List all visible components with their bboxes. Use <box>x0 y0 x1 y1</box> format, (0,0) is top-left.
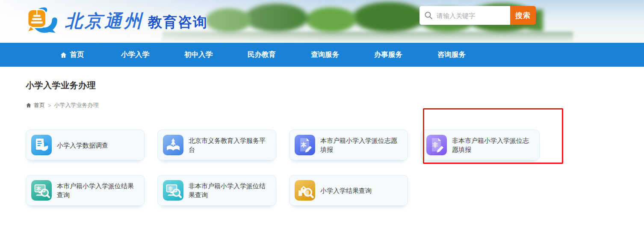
building-magnifier-icon <box>295 180 315 201</box>
nav-item-label: 民办教育 <box>248 50 276 59</box>
search-box <box>419 6 510 25</box>
icon-glyph: 非 <box>432 142 438 148</box>
doc-pencil-icon: 非 <box>426 135 447 155</box>
service-card-label: 小学入学结果查询 <box>320 186 372 195</box>
main-content: 小学入学业务办理 首页 > 小学入学业务办理 <box>0 80 644 206</box>
nav-item-private-education[interactable]: 民办教育 <box>230 43 293 67</box>
site-header: 北京通州 教育咨询 搜索 <box>0 0 644 43</box>
monitor-magnifier-icon: 非 <box>163 180 183 201</box>
search-button[interactable]: 搜索 <box>510 6 536 25</box>
icon-glyph: 非 <box>168 186 173 191</box>
nav-item-label: 首页 <box>70 50 84 59</box>
doc-pencil-icon: 本 <box>295 135 315 155</box>
breadcrumb-home[interactable]: 首页 <box>26 101 45 109</box>
card-local-lottery-result-query[interactable]: 本 本市户籍小学入学派位结果查询 <box>26 175 145 206</box>
breadcrumb-current: 小学入学业务办理 <box>54 101 99 109</box>
card-nonlocal-lottery-result-query[interactable]: 非 非本市户籍小学入学派位结果查询 <box>157 175 276 206</box>
search-icon <box>424 11 433 20</box>
service-card-label: 本市户籍小学入学派位志愿填报 <box>320 136 402 154</box>
nav-item-primary-enrollment[interactable]: 小学入学 <box>103 43 167 67</box>
card-primary-data-survey[interactable]: 小学入学数据调查 <box>26 130 145 160</box>
main-nav: 首页 小学入学 初中入学 民办教育 查询服务 办事服务 咨询服务 <box>0 43 644 67</box>
nav-item-middle-enrollment[interactable]: 初中入学 <box>167 43 230 67</box>
book-tree-icon <box>163 135 183 155</box>
service-card-grid: 小学入学数据调查 北京市义务教育入学服务平台 <box>26 130 540 206</box>
breadcrumb-home-label: 首页 <box>34 101 45 109</box>
breadcrumb: 首页 > 小学入学业务办理 <box>26 101 618 109</box>
logo-pagoda-icon <box>25 3 60 39</box>
card-beijing-enrollment-platform[interactable]: 北京市义务教育入学服务平台 <box>157 130 276 160</box>
doc-piechart-icon <box>31 135 52 155</box>
search-bar: 搜索 <box>419 6 536 25</box>
service-card-label: 本市户籍小学入学派位结果查询 <box>57 181 139 199</box>
logo-bold-text: 教育咨询 <box>148 13 208 32</box>
monitor-magnifier-icon: 本 <box>31 180 52 201</box>
logo-text: 北京通州 教育咨询 <box>65 9 208 33</box>
home-icon <box>26 102 32 108</box>
icon-glyph: 本 <box>301 142 307 148</box>
logo-script-text: 北京通州 <box>65 9 144 33</box>
card-primary-enrollment-result-query[interactable]: 小学入学结果查询 <box>289 175 408 206</box>
nav-item-home[interactable]: 首页 <box>40 43 103 67</box>
nav-item-label: 查询服务 <box>311 50 339 59</box>
nav-item-transaction-services[interactable]: 办事服务 <box>357 43 420 67</box>
card-local-lottery-application[interactable]: 本 本市户籍小学入学派位志愿填报 <box>289 130 408 160</box>
nav-item-consult-services[interactable]: 咨询服务 <box>420 43 483 67</box>
home-icon <box>60 51 67 59</box>
page-title: 小学入学业务办理 <box>26 80 618 91</box>
nav-item-label: 小学入学 <box>121 50 149 59</box>
breadcrumb-separator: > <box>48 102 51 109</box>
nav-item-label: 咨询服务 <box>437 50 466 59</box>
service-card-label: 非本市户籍小学入学派位结果查询 <box>189 181 271 199</box>
service-card-label: 小学入学数据调查 <box>57 141 108 150</box>
service-card-label: 北京市义务教育入学服务平台 <box>189 136 271 154</box>
search-input[interactable] <box>419 6 510 25</box>
nav-item-query-services[interactable]: 查询服务 <box>293 43 357 67</box>
icon-glyph: 本 <box>36 186 41 191</box>
site-logo[interactable]: 北京通州 教育咨询 <box>25 3 208 39</box>
card-nonlocal-lottery-application[interactable]: 非 非本市户籍小学入学派位志愿填报 <box>421 130 540 160</box>
nav-item-label: 初中入学 <box>184 50 213 59</box>
service-card-label: 非本市户籍小学入学派位志愿填报 <box>452 136 534 154</box>
nav-item-label: 办事服务 <box>374 50 402 59</box>
page: 北京通州 教育咨询 搜索 首页 <box>0 0 644 234</box>
